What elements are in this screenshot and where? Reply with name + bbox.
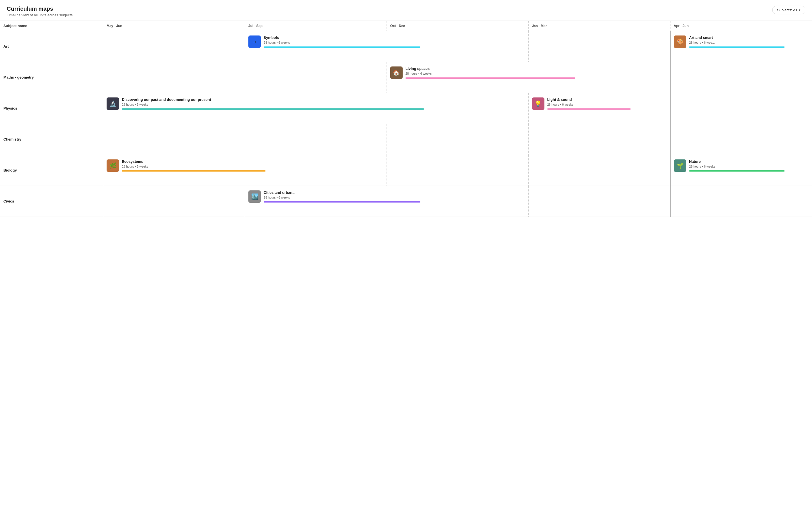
- unit-cell-art-art-and-sm[interactable]: 🎨Art and smart28 hours • 6 wee...: [670, 31, 812, 62]
- subject-cell-art: Art: [0, 31, 103, 62]
- unit-title: Nature: [689, 159, 809, 164]
- unit-card[interactable]: 🔬Discovering our past and documenting ou…: [107, 98, 525, 110]
- unit-meta: 28 hours • 6 weeks: [264, 196, 525, 199]
- unit-cell-civics-cities-and[interactable]: 🏙️Cities and urban...28 hours • 6 weeks: [245, 186, 529, 217]
- empty-cell-chemistry-3: [528, 124, 670, 155]
- empty-cell-art-3: [528, 31, 670, 62]
- unit-progress-bar: [547, 108, 631, 110]
- empty-cell-chemistry-2: [387, 124, 528, 155]
- unit-thumbnail: 🌿: [107, 159, 119, 172]
- empty-cell-maths---geometry-0: [103, 62, 245, 93]
- unit-card[interactable]: 🌱Nature28 hours • 6 weeks: [674, 159, 809, 172]
- empty-cell-chemistry-4: [670, 124, 812, 155]
- unit-progress-bar: [122, 108, 424, 110]
- table-row: Physics🔬Discovering our past and documen…: [0, 93, 812, 124]
- table-row: Art→Symbols28 hours • 6 weeks🎨Art and sm…: [0, 31, 812, 62]
- empty-cell-chemistry-0: [103, 124, 245, 155]
- unit-title: Living spaces: [405, 66, 666, 71]
- empty-cell-maths---geometry-4: [670, 62, 812, 93]
- timeline-container: Subject name May - Jun Jul - Sep Oct - D…: [0, 21, 812, 217]
- period-jul-sep-header: Jul - Sep: [245, 21, 387, 31]
- page-header: Curriculum maps Timeline view of all uni…: [0, 0, 812, 21]
- unit-card[interactable]: 🏠Living spaces28 hours • 6 weeks: [390, 66, 666, 79]
- unit-info: Light & sound28 hours • 6 weeks: [547, 98, 666, 110]
- unit-thumbnail: 🏠: [390, 66, 403, 79]
- unit-info: Living spaces28 hours • 6 weeks: [405, 66, 666, 78]
- unit-progress-bar: [264, 202, 420, 203]
- unit-card[interactable]: 🏙️Cities and urban...28 hours • 6 weeks: [248, 190, 525, 203]
- unit-progress-bar: [122, 170, 266, 172]
- unit-cell-physics-discoverin[interactable]: 🔬Discovering our past and documenting ou…: [103, 93, 529, 124]
- unit-meta: 28 hours • 6 weeks: [689, 165, 809, 168]
- table-row: Maths - geometry🏠Living spaces28 hours •…: [0, 62, 812, 93]
- subjects-filter-label: Subjects: All: [777, 8, 797, 12]
- unit-meta: 28 hours • 6 weeks: [405, 72, 666, 75]
- unit-cell-biology-nature[interactable]: 🌱Nature28 hours • 6 weeks: [670, 155, 812, 186]
- unit-info: Art and smart28 hours • 6 wee...: [689, 36, 809, 48]
- subject-cell-physics: Physics: [0, 93, 103, 124]
- unit-meta: 28 hours • 6 weeks: [122, 103, 525, 106]
- unit-info: Symbols28 hours • 6 weeks: [264, 36, 525, 48]
- unit-info: Ecosystems28 hours • 6 weeks: [122, 159, 383, 172]
- period-oct-dec-header: Oct - Dec: [387, 21, 528, 31]
- empty-cell-civics-4: [670, 186, 812, 217]
- empty-cell-art-0: [103, 31, 245, 62]
- unit-progress-bar: [405, 77, 575, 78]
- empty-cell-physics-4: [670, 93, 812, 124]
- timeline-table: Subject name May - Jun Jul - Sep Oct - D…: [0, 21, 812, 217]
- empty-cell-biology-3: [528, 155, 670, 186]
- unit-progress-bar: [689, 170, 784, 172]
- period-jan-mar-header: Jan - Mar: [528, 21, 670, 31]
- unit-cell-maths---geometry-living-spa[interactable]: 🏠Living spaces28 hours • 6 weeks: [387, 62, 670, 93]
- subject-cell-maths---geometry: Maths - geometry: [0, 62, 103, 93]
- timeline-body: Art→Symbols28 hours • 6 weeks🎨Art and sm…: [0, 31, 812, 217]
- unit-thumbnail: 💡: [532, 98, 545, 110]
- unit-thumbnail: 🏙️: [248, 190, 261, 203]
- empty-cell-chemistry-1: [245, 124, 387, 155]
- unit-meta: 28 hours • 6 weeks: [122, 165, 383, 168]
- unit-info: Discovering our past and documenting our…: [122, 98, 525, 110]
- unit-title: Art and smart: [689, 36, 809, 40]
- page-subtitle: Timeline view of all units across subjec…: [7, 13, 73, 17]
- page-title: Curriculum maps: [7, 6, 73, 12]
- table-row: Biology🌿Ecosystems28 hours • 6 weeks🌱Nat…: [0, 155, 812, 186]
- unit-progress-bar: [689, 47, 784, 48]
- table-row: Civics🏙️Cities and urban...28 hours • 6 …: [0, 186, 812, 217]
- unit-cell-art-symbols[interactable]: →Symbols28 hours • 6 weeks: [245, 31, 529, 62]
- unit-progress-bar: [264, 47, 420, 48]
- unit-card[interactable]: 🎨Art and smart28 hours • 6 wee...: [674, 36, 809, 48]
- period-may-jun-header: May - Jun: [103, 21, 245, 31]
- subject-name-header: Subject name: [0, 21, 103, 31]
- empty-cell-biology-2: [387, 155, 528, 186]
- unit-card[interactable]: →Symbols28 hours • 6 weeks: [248, 36, 525, 48]
- unit-title: Symbols: [264, 36, 525, 40]
- unit-title: Cities and urban...: [264, 190, 525, 195]
- unit-card[interactable]: 💡Light & sound28 hours • 6 weeks: [532, 98, 666, 110]
- header-left: Curriculum maps Timeline view of all uni…: [7, 6, 73, 17]
- empty-cell-maths---geometry-1: [245, 62, 387, 93]
- unit-thumbnail: 🌱: [674, 159, 686, 172]
- timeline-header-row: Subject name May - Jun Jul - Sep Oct - D…: [0, 21, 812, 31]
- subject-cell-biology: Biology: [0, 155, 103, 186]
- unit-info: Cities and urban...28 hours • 6 weeks: [264, 190, 525, 203]
- unit-title: Ecosystems: [122, 159, 383, 164]
- unit-cell-biology-ecosystems[interactable]: 🌿Ecosystems28 hours • 6 weeks: [103, 155, 387, 186]
- unit-title: Light & sound: [547, 98, 666, 102]
- subject-cell-chemistry: Chemistry: [0, 124, 103, 155]
- chevron-down-icon: ▾: [799, 8, 801, 12]
- unit-thumbnail: 🎨: [674, 36, 686, 48]
- unit-card[interactable]: 🌿Ecosystems28 hours • 6 weeks: [107, 159, 383, 172]
- table-row: Chemistry: [0, 124, 812, 155]
- subjects-filter-button[interactable]: Subjects: All ▾: [772, 6, 805, 14]
- unit-thumbnail: 🔬: [107, 98, 119, 110]
- subject-cell-civics: Civics: [0, 186, 103, 217]
- unit-meta: 28 hours • 6 weeks: [547, 103, 666, 106]
- unit-cell-physics-light-&-so[interactable]: 💡Light & sound28 hours • 6 weeks: [528, 93, 670, 124]
- empty-cell-civics-3: [528, 186, 670, 217]
- unit-title: Discovering our past and documenting our…: [122, 98, 525, 102]
- unit-meta: 28 hours • 6 weeks: [264, 41, 525, 44]
- period-apr-jun-header: 2 April Apr - Jun: [670, 21, 812, 31]
- unit-thumbnail: →: [248, 36, 261, 48]
- empty-cell-civics-0: [103, 186, 245, 217]
- unit-meta: 28 hours • 6 wee...: [689, 41, 809, 44]
